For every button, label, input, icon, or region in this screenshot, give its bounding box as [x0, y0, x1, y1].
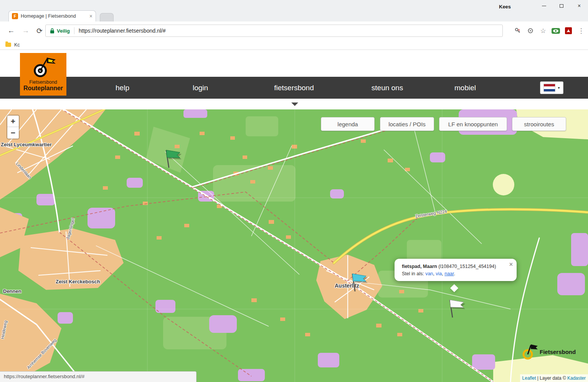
- planner-collapse-strip: [0, 99, 588, 109]
- dutch-flag-icon: [543, 84, 555, 92]
- logo-text-line2: Routeplanner: [23, 85, 63, 92]
- titlebar: F Homepage | Fietsersbond × Kees ×: [0, 0, 588, 21]
- nav-item-login[interactable]: login: [193, 77, 208, 99]
- route-flag-marker-green[interactable]: [162, 147, 184, 169]
- chevron-down-icon: ▾: [558, 86, 560, 90]
- minimize-icon: [542, 6, 546, 6]
- site-logo[interactable]: Fietsersbond Routeplanner: [20, 53, 66, 96]
- bookmark-folder-label[interactable]: Kc: [14, 42, 20, 48]
- pdf-extension-icon[interactable]: [564, 26, 573, 35]
- map-popup: fietspad, Maarn (l108470_151254_454194) …: [395, 259, 517, 281]
- bookmark-folder-icon[interactable]: [5, 43, 11, 47]
- browser-tab[interactable]: F Homepage | Fietsersbond ×: [8, 10, 96, 21]
- nav-item-steun-ons[interactable]: steun ons: [372, 77, 403, 99]
- attribution-text: | Layer data ©: [537, 375, 566, 381]
- menu-icon[interactable]: ⋮: [576, 26, 586, 35]
- watermark-label: Fietsersbond: [540, 349, 576, 355]
- bookmarks-bar: Kc: [0, 40, 588, 50]
- logo-text-line1: Fietsersbond: [29, 79, 57, 85]
- route-flag-marker-cyan[interactable]: [349, 271, 370, 293]
- collapse-arrow-icon[interactable]: [291, 103, 298, 106]
- back-button[interactable]: ←: [5, 24, 18, 37]
- svg-text:x: x: [518, 28, 520, 31]
- fietsersbond-logo-icon: [30, 55, 57, 79]
- language-selector[interactable]: ▾: [540, 81, 563, 94]
- popup-title: fietspad, Maarn: [402, 264, 437, 269]
- secure-label[interactable]: Veilig: [57, 28, 70, 34]
- reload-button[interactable]: ⟳: [33, 24, 46, 37]
- strooiroutes-button[interactable]: strooiroutes: [512, 117, 566, 131]
- status-url-bubble: https://routeplanner.fietsersbond.nl/#: [0, 371, 197, 382]
- popup-separator: .: [454, 271, 455, 276]
- forward-button: →: [19, 24, 32, 37]
- popup-link-via[interactable]: via: [436, 271, 442, 276]
- nav-item-help[interactable]: help: [116, 77, 129, 99]
- map-container[interactable]: Zeist Lyceumkwartier Lindenlaan Jagersin…: [0, 109, 588, 382]
- map-canvas[interactable]: [0, 109, 588, 382]
- close-button[interactable]: ×: [570, 0, 588, 12]
- address-bar[interactable]: Veilig https://routeplanner.fietsersbond…: [45, 25, 503, 37]
- maximize-icon: [560, 4, 563, 8]
- zoom-control: + −: [7, 115, 20, 139]
- map-label-dennen: Dennen: [3, 288, 21, 294]
- fietsersbond-watermark: Fietsersbond: [522, 343, 576, 361]
- zoom-out-button[interactable]: −: [7, 127, 19, 139]
- site-header: De fietsrouteplanner wordt mede mogelijk…: [0, 50, 588, 77]
- popup-close-icon[interactable]: ×: [509, 261, 513, 268]
- profile-name[interactable]: Kees: [499, 4, 511, 10]
- zoom-in-button[interactable]: +: [7, 116, 19, 127]
- popup-link-naar[interactable]: naar: [444, 271, 454, 276]
- locaties-pois-button[interactable]: locaties / POIs: [380, 117, 434, 131]
- tab-favicon-icon: F: [12, 13, 18, 19]
- route-flag-marker-white[interactable]: [446, 297, 467, 319]
- map-label-lyceumkwartier: Zeist Lyceumkwartier: [1, 142, 51, 147]
- save-password-key-icon[interactable]: x: [513, 26, 522, 35]
- secure-lock-icon: [50, 28, 55, 34]
- browser-window: F Homepage | Fietsersbond × Kees × ← → ⟳…: [0, 0, 588, 382]
- popup-set-as-label: Stel in als:: [402, 271, 424, 276]
- url-text[interactable]: https://routeplanner.fietsersbond.nl/#: [79, 28, 165, 34]
- popup-code: (l108470_151254_454194): [438, 264, 496, 269]
- minimize-button[interactable]: [535, 0, 553, 12]
- nav-item-mobiel[interactable]: mobiel: [454, 77, 476, 99]
- kadaster-link[interactable]: Kadaster: [567, 375, 586, 381]
- maximize-button[interactable]: [553, 0, 570, 12]
- map-attribution: Leaflet| Layer data ©Kadaster: [520, 374, 588, 382]
- omnibox-divider: [74, 27, 74, 34]
- new-tab-button[interactable]: [100, 13, 114, 21]
- leaflet-link[interactable]: Leaflet: [522, 375, 536, 381]
- bookmark-star-icon[interactable]: ☆: [538, 26, 548, 35]
- popup-link-van[interactable]: van: [425, 271, 433, 276]
- location-icon[interactable]: [526, 26, 535, 35]
- window-controls: ×: [535, 0, 588, 12]
- site-nav: help login fietsersbond steun ons mobiel…: [0, 77, 588, 99]
- map-label-kerckebosch: Zeist Kerckebosch: [56, 279, 100, 284]
- extension-eye-icon[interactable]: [551, 26, 560, 35]
- tab-close-icon[interactable]: ×: [89, 13, 92, 19]
- nav-item-fietsersbond[interactable]: fietsersbond: [274, 77, 314, 99]
- browser-toolbar: ← → ⟳ Veilig https://routeplanner.fietse…: [0, 21, 588, 40]
- fietsersbond-watermark-icon: [522, 343, 538, 361]
- legenda-button[interactable]: legenda: [321, 117, 375, 131]
- tab-title: Homepage | Fietsersbond: [21, 13, 87, 19]
- lf-knooppunten-button[interactable]: LF en knooppunten: [439, 117, 507, 131]
- toolbar-icons: x ☆: [513, 25, 586, 37]
